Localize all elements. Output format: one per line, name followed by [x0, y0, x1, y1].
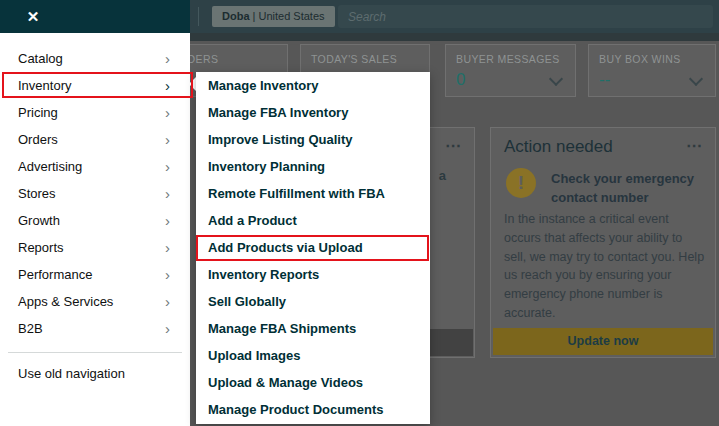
card-partial-text-fragment: a — [439, 168, 446, 183]
flyout-item-manage-fba-shipments[interactable]: Manage FBA Shipments — [196, 315, 430, 342]
sidebar-item-label: Growth — [18, 213, 60, 228]
top-header-dimmed: Doba | United States — [190, 0, 719, 33]
sidebar-item-label: Reports — [18, 240, 64, 255]
seller-central-screen: ORDERS TODAY'S SALES BUYER MESSAGES 0 BU… — [0, 0, 719, 426]
sidebar-item-growth[interactable]: Growth› — [0, 207, 190, 234]
inventory-flyout-menu: Manage Inventory Manage FBA Inventory Im… — [196, 72, 430, 424]
header-divider — [198, 7, 199, 26]
sidebar-item-stores[interactable]: Stores› — [0, 180, 190, 207]
main-nav-sidebar: Catalog› Inventory› Pricing› Orders› Adv… — [0, 33, 190, 426]
sidebar-item-label: Performance — [18, 267, 92, 282]
chevron-right-icon: › — [165, 99, 170, 126]
sidebar-item-label: Apps & Services — [18, 294, 113, 309]
metric-label-buyer-messages: BUYER MESSAGES — [456, 53, 560, 65]
sidebar-item-label: Catalog — [18, 51, 63, 66]
sidebar-item-catalog[interactable]: Catalog› — [0, 45, 190, 72]
search-box — [338, 5, 713, 28]
close-icon[interactable]: ✕ — [22, 0, 44, 33]
flyout-item-sell-globally[interactable]: Sell Globally — [196, 288, 430, 315]
card-body-text: In the instance a critical event occurs … — [504, 210, 707, 323]
flyout-item-inventory-planning[interactable]: Inventory Planning — [196, 153, 430, 180]
flyout-item-add-products-via-upload[interactable]: Add Products via Upload — [196, 234, 430, 261]
sidebar-item-label: Inventory — [18, 78, 71, 93]
sidebar-item-apps-services[interactable]: Apps & Services› — [0, 288, 190, 315]
chevron-right-icon: › — [165, 288, 170, 315]
chevron-right-icon: › — [165, 207, 170, 234]
sidebar-item-performance[interactable]: Performance› — [0, 261, 190, 288]
sidebar-item-label: Stores — [18, 186, 56, 201]
sidebar-item-list: Catalog› Inventory› Pricing› Orders› Adv… — [0, 45, 190, 342]
metric-card-buy-box-wins: BUY BOX WINS -- — [588, 44, 716, 97]
sidebar-divider — [8, 352, 182, 353]
metric-label-todays-sales: TODAY'S SALES — [311, 53, 397, 65]
sidebar-item-reports[interactable]: Reports› — [0, 234, 190, 261]
flyout-item-manage-inventory[interactable]: Manage Inventory — [196, 72, 430, 99]
chevron-down-icon[interactable] — [549, 72, 563, 86]
chevron-right-icon: › — [165, 261, 170, 288]
ellipsis-menu-icon[interactable]: ⋯ — [445, 136, 462, 155]
chevron-down-icon[interactable] — [689, 72, 703, 86]
marketplace-name: | United States — [253, 10, 325, 22]
flyout-item-manage-product-documents[interactable]: Manage Product Documents — [196, 396, 430, 423]
search-input[interactable] — [338, 5, 713, 28]
top-header-menu-section: ✕ — [0, 0, 190, 33]
warning-icon: ! — [506, 168, 536, 198]
account-name: Doba — [222, 10, 250, 22]
chevron-right-icon: › — [165, 72, 170, 99]
flyout-item-upload-manage-videos[interactable]: Upload & Manage Videos — [196, 369, 430, 396]
sidebar-item-label: Orders — [18, 132, 58, 147]
ellipsis-menu-icon[interactable]: ⋯ — [686, 136, 703, 155]
sidebar-item-pricing[interactable]: Pricing› — [0, 99, 190, 126]
metric-value-buyer-messages: 0 — [456, 70, 465, 90]
sidebar-item-label: Pricing — [18, 105, 58, 120]
flyout-item-manage-fba-inventory[interactable]: Manage FBA Inventory — [196, 99, 430, 126]
sidebar-item-b2b[interactable]: B2B› — [0, 315, 190, 342]
sidebar-item-label: B2B — [18, 321, 43, 336]
sidebar-item-label: Advertising — [18, 159, 82, 174]
chevron-right-icon: › — [165, 180, 170, 207]
chevron-right-icon: › — [165, 126, 170, 153]
account-marketplace-switcher[interactable]: Doba | United States — [212, 6, 335, 27]
flyout-item-upload-images[interactable]: Upload Images — [196, 342, 430, 369]
chevron-right-icon: › — [165, 234, 170, 261]
flyout-item-improve-listing-quality[interactable]: Improve Listing Quality — [196, 126, 430, 153]
sidebar-item-advertising[interactable]: Advertising› — [0, 153, 190, 180]
flyout-item-remote-fulfillment-fba[interactable]: Remote Fulfillment with FBA — [196, 180, 430, 207]
flyout-item-add-a-product[interactable]: Add a Product — [196, 207, 430, 234]
sidebar-item-orders[interactable]: Orders› — [0, 126, 190, 153]
update-now-button[interactable]: Update now — [493, 328, 713, 355]
subheader-strip — [190, 33, 719, 41]
chevron-right-icon: › — [165, 45, 170, 72]
card-title: Action needed — [504, 137, 613, 157]
metric-value-buy-box-wins: -- — [599, 70, 610, 90]
card-heading: Check your emergency contact number — [551, 170, 709, 208]
chevron-right-icon: › — [165, 153, 170, 180]
metric-card-buyer-messages: BUYER MESSAGES 0 — [445, 44, 576, 97]
card-action-needed: Action needed ⋯ ! Check your emergency c… — [490, 127, 716, 358]
sidebar-item-inventory[interactable]: Inventory› — [0, 72, 190, 99]
use-old-navigation-link[interactable]: Use old navigation — [18, 366, 125, 381]
metric-label-buy-box-wins: BUY BOX WINS — [599, 53, 681, 65]
chevron-right-icon: › — [165, 315, 170, 342]
flyout-item-inventory-reports[interactable]: Inventory Reports — [196, 261, 430, 288]
